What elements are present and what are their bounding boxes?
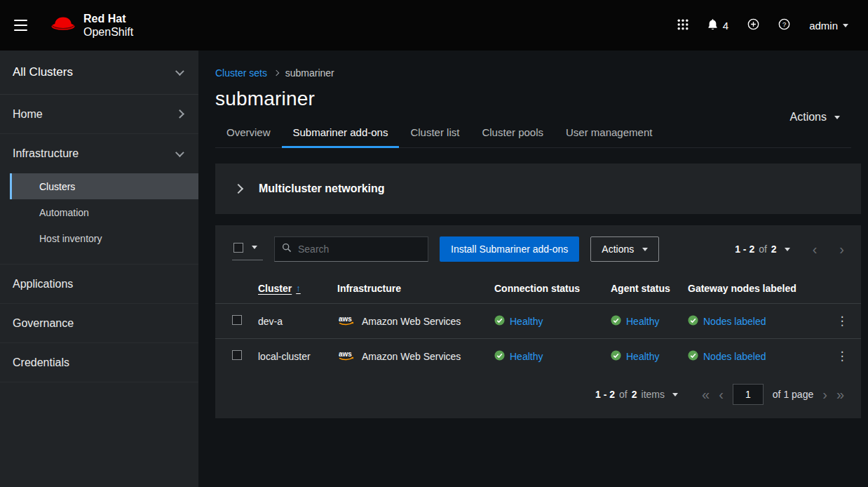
masthead-toolbar: 4 ? admin <box>677 18 848 32</box>
cluster-name: local-cluster <box>258 351 337 362</box>
cluster-switcher-dropdown[interactable]: All Clusters <box>0 51 198 95</box>
page-actions-label: Actions <box>790 111 827 124</box>
caret-down-icon <box>252 246 257 249</box>
sidebar-item-credentials[interactable]: Credentials <box>0 343 198 382</box>
bulk-select-dropdown[interactable] <box>232 239 263 260</box>
table-header-row: Cluster ↑ Infrastructure Connection stat… <box>215 273 861 303</box>
sidebar-item-governance[interactable]: Governance <box>0 304 198 343</box>
connection-status-link[interactable]: Healthy <box>510 316 543 327</box>
plus-circle-icon <box>747 18 759 32</box>
breadcrumb-cluster-sets-link[interactable]: Cluster sets <box>215 67 267 79</box>
infrastructure-label: Amazon Web Services <box>362 351 461 362</box>
tab-cluster-pools[interactable]: Cluster pools <box>470 122 555 147</box>
search-box <box>274 236 428 262</box>
gateway-nodes-link[interactable]: Nodes labeled <box>703 351 766 362</box>
cluster-name: dev-a <box>258 316 337 327</box>
svg-text:aws: aws <box>339 350 352 358</box>
credentials-label: Credentials <box>13 356 69 369</box>
previous-page-button[interactable]: ‹ <box>719 387 724 401</box>
tab-overview[interactable]: Overview <box>215 122 282 147</box>
next-page-button[interactable]: › <box>822 387 827 401</box>
pagination-total: 2 <box>771 244 777 255</box>
connection-status-link[interactable]: Healthy <box>510 351 543 362</box>
search-icon <box>282 243 292 255</box>
brand-red-hat: Red Hat <box>83 12 133 25</box>
success-check-icon <box>494 315 505 328</box>
toolbar-actions-label: Actions <box>602 244 634 255</box>
bottom-pagination-toggle[interactable]: 1 - 2 of 2 items <box>595 389 678 400</box>
pagination-range: 1 - 2 <box>735 244 754 255</box>
openshift-logo: Red Hat OpenShift <box>48 12 133 39</box>
top-pagination-toggle[interactable]: 1 - 2 of 2 <box>735 244 790 255</box>
success-check-icon <box>611 350 621 363</box>
home-label: Home <box>13 108 43 121</box>
multicluster-networking-title: Multicluster networking <box>259 182 385 195</box>
tab-cluster-list[interactable]: Cluster list <box>399 122 470 147</box>
sidebar-item-applications[interactable]: Applications <box>0 265 198 304</box>
next-page-button[interactable]: › <box>839 242 844 256</box>
add-resource-button[interactable] <box>747 18 759 32</box>
user-menu-dropdown[interactable]: admin <box>809 20 848 32</box>
agent-status-cell: Healthy <box>611 350 688 363</box>
bottom-pagination: 1 - 2 of 2 items « ‹ of 1 page › » <box>215 373 861 418</box>
sidebar-nav: All Clusters Home Infrastructure Cluster… <box>0 51 198 487</box>
nav-toggle-button[interactable] <box>14 20 27 31</box>
row-kebab-menu[interactable]: ⋮ <box>831 312 854 330</box>
toolbar-actions-dropdown[interactable]: Actions <box>590 236 659 262</box>
caret-down-icon <box>834 116 840 119</box>
notification-count-badge: 4 <box>723 20 728 32</box>
expand-chevron-right-icon[interactable] <box>233 184 243 194</box>
infrastructure-subnav: Clusters Automation Host inventory <box>0 173 198 265</box>
select-all-checkbox[interactable] <box>233 243 243 253</box>
brand-openshift: OpenShift <box>83 25 133 39</box>
governance-label: Governance <box>13 317 74 330</box>
first-page-button[interactable]: « <box>702 387 710 401</box>
help-button[interactable]: ? <box>778 18 790 32</box>
connection-status-cell: Healthy <box>494 350 611 363</box>
search-input[interactable] <box>298 244 421 255</box>
row-checkbox[interactable] <box>232 315 242 325</box>
previous-page-button[interactable]: ‹ <box>813 242 818 256</box>
gateway-nodes-link[interactable]: Nodes labeled <box>703 316 766 327</box>
caret-down-icon <box>785 248 790 251</box>
sidebar-item-automation[interactable]: Automation <box>10 199 198 225</box>
tab-submariner-add-ons[interactable]: Submariner add-ons <box>282 122 400 147</box>
row-kebab-menu[interactable]: ⋮ <box>831 347 854 365</box>
column-header-gateway-nodes-labeled: Gateway nodes labeled <box>688 283 823 294</box>
tab-user-management[interactable]: User management <box>555 122 663 147</box>
success-check-icon <box>688 315 698 328</box>
grid-icon <box>677 19 689 32</box>
username-label: admin <box>809 20 838 32</box>
multicluster-networking-expandable[interactable]: Multicluster networking <box>215 164 861 214</box>
row-checkbox[interactable] <box>232 350 242 360</box>
install-submariner-add-ons-button[interactable]: Install Submariner add-ons <box>440 236 579 262</box>
current-page-input[interactable] <box>733 384 764 405</box>
cluster-switcher-label: All Clusters <box>13 65 73 79</box>
page-content: Multicluster networking <box>198 148 868 435</box>
success-check-icon <box>688 350 698 363</box>
last-page-button[interactable]: » <box>836 387 844 401</box>
sidebar-item-host-inventory[interactable]: Host inventory <box>10 225 198 251</box>
connection-status-cell: Healthy <box>494 315 611 328</box>
sidebar-item-clusters[interactable]: Clusters <box>10 173 198 199</box>
agent-status-link[interactable]: Healthy <box>626 351 659 362</box>
aws-icon: aws <box>337 349 355 363</box>
app-launcher-button[interactable] <box>677 19 689 32</box>
sidebar-item-home[interactable]: Home <box>0 95 198 134</box>
breadcrumb-current: submariner <box>285 67 334 79</box>
hamburger-icon <box>14 20 27 21</box>
sidebar-item-infrastructure[interactable]: Infrastructure <box>0 134 198 173</box>
submariner-table-card: Install Submariner add-ons Actions 1 - 2… <box>215 225 861 418</box>
notifications-button[interactable]: 4 <box>707 18 728 32</box>
main-content: Cluster sets submariner submariner Actio… <box>198 51 868 487</box>
page-actions-dropdown[interactable]: Actions <box>790 111 840 124</box>
chevron-down-icon <box>175 67 184 75</box>
gateway-nodes-cell: Nodes labeled <box>688 350 823 363</box>
column-header-cluster[interactable]: Cluster ↑ <box>258 283 337 294</box>
infrastructure-label: Amazon Web Services <box>362 316 461 327</box>
sort-ascending-icon[interactable]: ↑ <box>296 283 301 293</box>
chevron-right-icon <box>273 70 279 76</box>
agent-status-link[interactable]: Healthy <box>626 316 659 327</box>
column-header-connection-status: Connection status <box>494 283 611 294</box>
svg-text:aws: aws <box>339 315 352 323</box>
